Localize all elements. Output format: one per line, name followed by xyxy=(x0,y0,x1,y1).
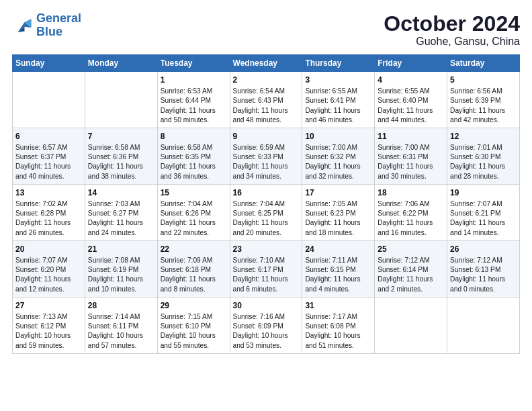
cell-info-text: Sunrise: 7:12 AM Sunset: 6:13 PM Dayligh… xyxy=(450,256,517,294)
cell-day-number: 27 xyxy=(15,300,82,312)
calendar-cell xyxy=(13,72,85,128)
cell-day-number: 11 xyxy=(378,131,444,142)
calendar-header-row: SundayMondayTuesdayWednesdayThursdayFrid… xyxy=(13,55,520,72)
cell-day-number: 18 xyxy=(378,187,444,199)
calendar-week-1: 1Sunrise: 6:53 AM Sunset: 6:44 PM Daylig… xyxy=(13,72,520,128)
calendar-cell: 16Sunrise: 7:04 AM Sunset: 6:25 PM Dayli… xyxy=(230,185,302,241)
logo-line2: Blue xyxy=(36,26,81,39)
header-day-sunday: Sunday xyxy=(13,55,85,72)
calendar-cell: 9Sunrise: 6:59 AM Sunset: 6:33 PM Daylig… xyxy=(230,128,302,185)
calendar-subtitle: Guohe, Gansu, China xyxy=(384,36,520,48)
cell-day-number: 15 xyxy=(161,187,227,199)
cell-info-text: Sunrise: 7:00 AM Sunset: 6:31 PM Dayligh… xyxy=(378,143,444,181)
cell-day-number: 31 xyxy=(305,300,371,312)
calendar-week-2: 6Sunrise: 6:57 AM Sunset: 6:37 PM Daylig… xyxy=(13,128,520,185)
cell-info-text: Sunrise: 7:14 AM Sunset: 6:11 PM Dayligh… xyxy=(88,312,154,351)
calendar-cell: 22Sunrise: 7:09 AM Sunset: 6:18 PM Dayli… xyxy=(157,240,230,297)
calendar-cell: 19Sunrise: 7:07 AM Sunset: 6:21 PM Dayli… xyxy=(447,185,520,241)
cell-info-text: Sunrise: 6:57 AM Sunset: 6:37 PM Dayligh… xyxy=(15,143,82,181)
calendar-cell: 1Sunrise: 6:53 AM Sunset: 6:44 PM Daylig… xyxy=(157,72,230,128)
calendar-cell: 29Sunrise: 7:15 AM Sunset: 6:10 PM Dayli… xyxy=(157,297,230,353)
cell-day-number: 4 xyxy=(378,75,444,86)
cell-day-number: 1 xyxy=(161,75,227,86)
cell-day-number: 5 xyxy=(450,75,517,86)
cell-day-number: 22 xyxy=(161,244,227,255)
cell-info-text: Sunrise: 6:53 AM Sunset: 6:44 PM Dayligh… xyxy=(161,87,227,125)
cell-day-number: 7 xyxy=(88,131,154,142)
calendar-cell: 26Sunrise: 7:12 AM Sunset: 6:13 PM Dayli… xyxy=(447,240,520,297)
cell-day-number: 19 xyxy=(450,187,517,199)
calendar-cell: 24Sunrise: 7:11 AM Sunset: 6:15 PM Dayli… xyxy=(302,240,375,297)
calendar-cell: 10Sunrise: 7:00 AM Sunset: 6:32 PM Dayli… xyxy=(302,128,375,185)
cell-info-text: Sunrise: 7:13 AM Sunset: 6:12 PM Dayligh… xyxy=(15,312,82,351)
cell-info-text: Sunrise: 6:55 AM Sunset: 6:41 PM Dayligh… xyxy=(305,87,371,125)
cell-day-number: 20 xyxy=(15,244,82,255)
logo-line1: General xyxy=(36,12,81,26)
cell-info-text: Sunrise: 7:11 AM Sunset: 6:15 PM Dayligh… xyxy=(305,256,371,294)
calendar-body: 1Sunrise: 6:53 AM Sunset: 6:44 PM Daylig… xyxy=(13,72,520,354)
calendar-table: SundayMondayTuesdayWednesdayThursdayFrid… xyxy=(12,54,520,354)
cell-day-number: 16 xyxy=(233,187,300,199)
cell-info-text: Sunrise: 7:01 AM Sunset: 6:30 PM Dayligh… xyxy=(450,143,517,181)
calendar-cell: 21Sunrise: 7:08 AM Sunset: 6:19 PM Dayli… xyxy=(85,240,157,297)
cell-info-text: Sunrise: 7:02 AM Sunset: 6:28 PM Dayligh… xyxy=(15,199,82,238)
cell-day-number: 8 xyxy=(161,131,227,142)
cell-day-number: 30 xyxy=(233,300,300,312)
cell-info-text: Sunrise: 7:05 AM Sunset: 6:23 PM Dayligh… xyxy=(305,199,371,238)
calendar-cell xyxy=(375,297,447,353)
calendar-cell: 20Sunrise: 7:07 AM Sunset: 6:20 PM Dayli… xyxy=(13,240,85,297)
calendar-cell: 6Sunrise: 6:57 AM Sunset: 6:37 PM Daylig… xyxy=(13,128,85,185)
cell-day-number: 17 xyxy=(305,187,371,199)
cell-day-number: 3 xyxy=(305,75,371,86)
calendar-cell: 14Sunrise: 7:03 AM Sunset: 6:27 PM Dayli… xyxy=(85,185,157,241)
cell-info-text: Sunrise: 7:00 AM Sunset: 6:32 PM Dayligh… xyxy=(305,143,371,181)
cell-info-text: Sunrise: 7:10 AM Sunset: 6:17 PM Dayligh… xyxy=(233,256,300,294)
calendar-cell: 2Sunrise: 6:54 AM Sunset: 6:43 PM Daylig… xyxy=(230,72,302,128)
header-day-friday: Friday xyxy=(375,55,447,72)
calendar-cell: 13Sunrise: 7:02 AM Sunset: 6:28 PM Dayli… xyxy=(13,185,85,241)
cell-info-text: Sunrise: 6:58 AM Sunset: 6:36 PM Dayligh… xyxy=(88,143,154,181)
header-day-monday: Monday xyxy=(85,55,157,72)
cell-day-number: 10 xyxy=(305,131,371,142)
cell-info-text: Sunrise: 6:56 AM Sunset: 6:39 PM Dayligh… xyxy=(450,87,517,125)
calendar-cell xyxy=(447,297,520,353)
cell-day-number: 29 xyxy=(161,300,227,312)
calendar-cell: 30Sunrise: 7:16 AM Sunset: 6:09 PM Dayli… xyxy=(230,297,302,353)
cell-day-number: 12 xyxy=(450,131,517,142)
calendar-cell: 5Sunrise: 6:56 AM Sunset: 6:39 PM Daylig… xyxy=(447,72,520,128)
calendar-title: October 2024 xyxy=(384,12,520,36)
cell-info-text: Sunrise: 7:09 AM Sunset: 6:18 PM Dayligh… xyxy=(161,256,227,294)
logo-bird-icon xyxy=(12,16,34,35)
cell-day-number: 28 xyxy=(88,300,154,312)
title-block: October 2024 Guohe, Gansu, China xyxy=(384,12,520,48)
cell-day-number: 26 xyxy=(450,244,517,255)
cell-info-text: Sunrise: 7:03 AM Sunset: 6:27 PM Dayligh… xyxy=(88,199,154,238)
calendar-cell: 28Sunrise: 7:14 AM Sunset: 6:11 PM Dayli… xyxy=(85,297,157,353)
cell-day-number: 23 xyxy=(233,244,300,255)
calendar-cell: 15Sunrise: 7:04 AM Sunset: 6:26 PM Dayli… xyxy=(157,185,230,241)
logo: General Blue xyxy=(12,12,81,39)
calendar-header: SundayMondayTuesdayWednesdayThursdayFrid… xyxy=(13,55,520,72)
calendar-week-4: 20Sunrise: 7:07 AM Sunset: 6:20 PM Dayli… xyxy=(13,240,520,297)
cell-info-text: Sunrise: 7:07 AM Sunset: 6:20 PM Dayligh… xyxy=(15,256,82,294)
cell-info-text: Sunrise: 7:15 AM Sunset: 6:10 PM Dayligh… xyxy=(161,312,227,351)
cell-day-number: 21 xyxy=(88,244,154,255)
header-day-wednesday: Wednesday xyxy=(230,55,302,72)
calendar-cell: 18Sunrise: 7:06 AM Sunset: 6:22 PM Dayli… xyxy=(375,185,447,241)
calendar-cell: 25Sunrise: 7:12 AM Sunset: 6:14 PM Dayli… xyxy=(375,240,447,297)
page: General Blue October 2024 Guohe, Gansu, … xyxy=(0,0,532,411)
cell-info-text: Sunrise: 7:04 AM Sunset: 6:26 PM Dayligh… xyxy=(161,199,227,238)
cell-day-number: 6 xyxy=(15,131,82,142)
calendar-week-3: 13Sunrise: 7:02 AM Sunset: 6:28 PM Dayli… xyxy=(13,185,520,241)
cell-day-number: 13 xyxy=(15,187,82,199)
cell-info-text: Sunrise: 7:04 AM Sunset: 6:25 PM Dayligh… xyxy=(233,199,300,238)
cell-info-text: Sunrise: 6:54 AM Sunset: 6:43 PM Dayligh… xyxy=(233,87,300,125)
calendar-cell: 7Sunrise: 6:58 AM Sunset: 6:36 PM Daylig… xyxy=(85,128,157,185)
cell-info-text: Sunrise: 6:55 AM Sunset: 6:40 PM Dayligh… xyxy=(378,87,444,125)
calendar-cell: 4Sunrise: 6:55 AM Sunset: 6:40 PM Daylig… xyxy=(375,72,447,128)
cell-info-text: Sunrise: 6:59 AM Sunset: 6:33 PM Dayligh… xyxy=(233,143,300,181)
cell-day-number: 2 xyxy=(233,75,300,86)
cell-info-text: Sunrise: 7:08 AM Sunset: 6:19 PM Dayligh… xyxy=(88,256,154,294)
cell-info-text: Sunrise: 7:07 AM Sunset: 6:21 PM Dayligh… xyxy=(450,199,517,238)
calendar-cell: 12Sunrise: 7:01 AM Sunset: 6:30 PM Dayli… xyxy=(447,128,520,185)
